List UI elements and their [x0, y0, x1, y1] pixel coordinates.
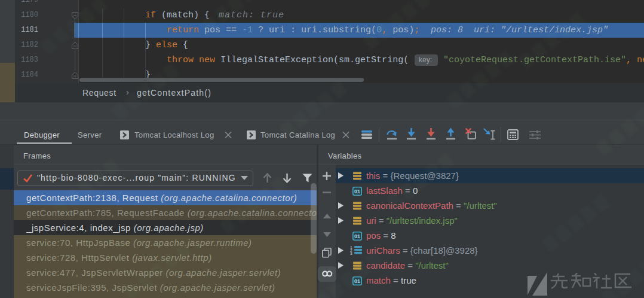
svg-text:01: 01 — [354, 278, 360, 284]
svg-text:01: 01 — [354, 233, 360, 239]
svg-text:01: 01 — [354, 188, 360, 194]
svg-text:3: 3 — [350, 251, 352, 256]
